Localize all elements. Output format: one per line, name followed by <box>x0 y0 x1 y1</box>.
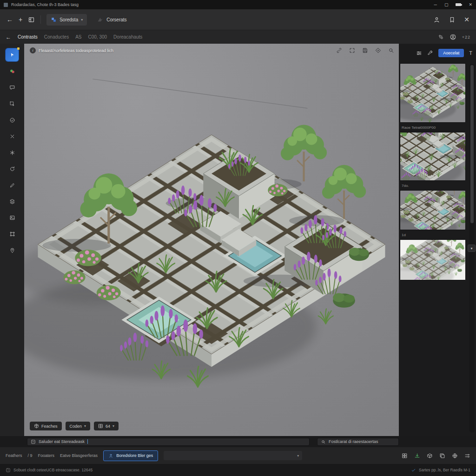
caret-down-icon: ▾ <box>297 454 299 458</box>
close-button[interactable]: ✕ <box>469 2 472 7</box>
comment-tool[interactable] <box>6 81 19 94</box>
main-toolbar: ← + Soredsta ▾ Corserats ✕ <box>0 9 476 30</box>
image-tool[interactable] <box>6 211 19 224</box>
search-input-value: Saluder eat Stereadeask <box>39 439 85 444</box>
footer-item[interactable]: Feathers <box>6 453 22 458</box>
status-info-icon <box>6 468 11 473</box>
check-icon <box>411 468 416 473</box>
delete-tool[interactable] <box>6 130 19 143</box>
breadcrumb-item[interactable]: C00, 300 <box>88 34 107 40</box>
palette-tool[interactable] <box>6 65 19 78</box>
render-thumbnail-sketch[interactable] <box>400 239 466 280</box>
footer-item[interactable]: Fooaters <box>38 453 55 458</box>
status-right-text: Sartes pp..ls, Ber Raedls M-1 <box>419 468 470 472</box>
app-icon <box>4 3 8 7</box>
cube-icon <box>34 423 39 429</box>
maximize-button[interactable]: ▢ <box>444 2 449 7</box>
expand-button[interactable] <box>349 47 355 53</box>
search-icon <box>321 439 326 444</box>
tool-badge <box>17 47 20 50</box>
magnifier-button[interactable] <box>388 47 394 53</box>
history-panel: Aoecelat T Raoe Tetrat0000P00 7do. 1d <box>399 44 476 436</box>
zoom-badge: +22 <box>462 35 470 40</box>
search-row: Saluder eat Stereadeask Fostlcarat di ra… <box>0 436 476 447</box>
render-thumbnail[interactable] <box>400 190 466 230</box>
filter-input[interactable]: Fostlcarat di raeestaoertas <box>317 438 399 446</box>
shuffle-settings-button[interactable] <box>464 453 470 459</box>
nav-back-button[interactable]: ← <box>6 34 11 40</box>
breadcrumb-bar: ← Contrasts Conaductes AS C00, 300 Dorea… <box>0 30 476 44</box>
link-button[interactable] <box>336 47 342 53</box>
breadcrumb-item[interactable]: AS <box>75 34 81 40</box>
render-thumbnail[interactable] <box>400 132 466 181</box>
person-icon <box>108 453 113 458</box>
text-tool-button[interactable]: T <box>469 50 472 56</box>
search-input[interactable]: Saluder eat Stereadeask <box>27 438 310 446</box>
globe-button[interactable] <box>452 453 458 459</box>
soredsta-icon <box>51 17 57 23</box>
back-button[interactable]: ← <box>7 16 13 23</box>
check-tool[interactable] <box>6 113 19 126</box>
sliders-button[interactable] <box>416 50 422 56</box>
package-button[interactable] <box>427 453 433 459</box>
preset-dropdown[interactable]: ▾ <box>164 451 302 460</box>
layers-tool[interactable] <box>6 195 19 208</box>
caret-down-icon: ▾ <box>112 424 114 428</box>
coden-dropdown[interactable]: Coden ▾ <box>66 422 91 430</box>
app-window: Rodardaclas, Chote th-3 Bades tasg ─ ▢ ✕… <box>0 0 476 476</box>
info-icon: i <box>30 47 36 53</box>
grid-icon <box>98 423 103 429</box>
scroll-down-button[interactable]: ▾ <box>468 245 476 252</box>
breadcrumb-item[interactable]: Conaductes <box>44 34 69 40</box>
crop-button[interactable] <box>438 34 444 40</box>
grid-view-button[interactable] <box>402 453 408 459</box>
user-button[interactable] <box>433 16 440 23</box>
tool-sidebar <box>0 44 24 436</box>
wrench-button[interactable] <box>427 50 433 56</box>
thumbnail-label: 1d <box>400 230 466 239</box>
render-button[interactable]: Aoecelat <box>438 49 464 57</box>
cut-tool[interactable] <box>6 146 19 159</box>
layout-grid-button[interactable] <box>28 16 35 23</box>
marquee-tool[interactable] <box>6 97 19 110</box>
copy-button[interactable] <box>439 453 445 459</box>
field-icon <box>31 439 36 444</box>
filter-input-value: Fostlcarat di raeestaoertas <box>329 439 378 444</box>
scrollbar-thumb[interactable] <box>470 65 474 223</box>
divider <box>40 15 41 24</box>
viewport-info: i Fleaast/Aorfeleteas todeasprotetead li… <box>30 47 113 53</box>
footer-item[interactable]: Eatve Blasgeerferas <box>60 453 98 458</box>
render-viewport[interactable]: i Fleaast/Aorfeleteas todeasprotetead li… <box>24 44 399 436</box>
footer-toolbar: Feathers / 9 Fooaters Eatve Blasgeerfera… <box>0 447 476 464</box>
bookmark-button[interactable] <box>449 16 456 23</box>
pin-tool[interactable] <box>6 244 19 257</box>
render-thumbnail[interactable] <box>400 63 466 123</box>
thumbnail-label <box>400 280 466 285</box>
breadcrumb-current[interactable]: Contrasts <box>18 34 38 40</box>
feaches-button[interactable]: Feaches <box>30 422 62 430</box>
cursor-tool[interactable] <box>6 48 19 61</box>
titlebar: Rodardaclas, Chote th-3 Bades tasg ─ ▢ ✕ <box>0 0 476 9</box>
panel-scrollbar[interactable]: ▾ <box>469 64 475 432</box>
soredsta-dropdown[interactable]: Soredsta ▾ <box>46 14 87 26</box>
paint-bucket-button[interactable] <box>375 47 381 53</box>
footer-counter: / 9 <box>28 453 33 458</box>
save-button[interactable] <box>362 47 368 53</box>
primary-action-button[interactable]: Boredslore Bler ges <box>103 450 158 461</box>
close-workspace-button[interactable]: ✕ <box>464 16 469 23</box>
garden-render <box>24 44 399 436</box>
add-button[interactable]: + <box>19 16 22 23</box>
account-button[interactable] <box>450 33 456 40</box>
download-button[interactable] <box>414 453 420 459</box>
breadcrumb-item[interactable]: Doreacahauts <box>113 34 142 40</box>
grid-size-dropdown[interactable]: 64 ▾ <box>94 422 119 430</box>
corserats-button[interactable]: Corserats <box>93 13 131 26</box>
minimize-button[interactable]: ─ <box>434 2 437 7</box>
caret-down-icon: ▾ <box>84 424 86 428</box>
nodes-tool[interactable] <box>6 227 19 240</box>
viewport-info-text: Fleaast/Aorfeleteas todeasprotetead lich <box>39 48 113 53</box>
pencil-tool[interactable] <box>6 178 19 192</box>
caret-down-icon: ▾ <box>81 18 83 22</box>
status-left-text: Sobuet clodt ceteeUCB etreacoacase. 1264… <box>13 468 93 472</box>
rotate-tool[interactable] <box>6 162 19 175</box>
